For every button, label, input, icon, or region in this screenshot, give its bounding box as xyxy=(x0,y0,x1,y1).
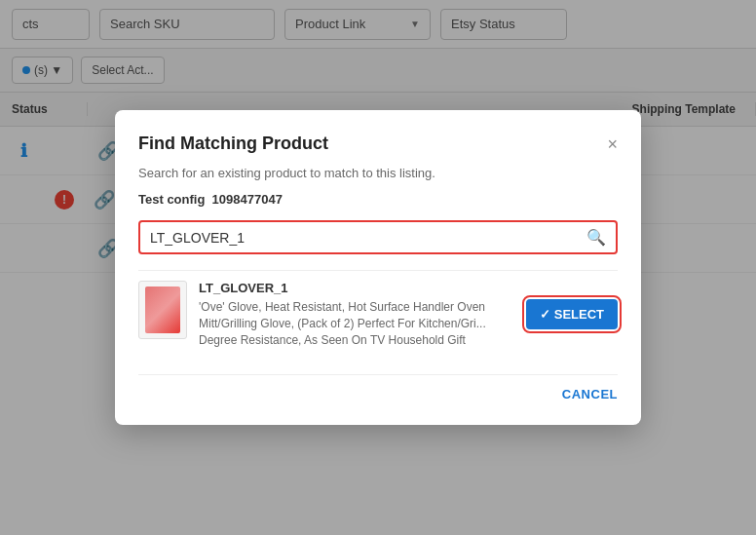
modal-footer: CANCEL xyxy=(138,374,618,401)
modal-overlay: Find Matching Product × Search for an ex… xyxy=(0,0,756,535)
search-result-item: LT_GLOVER_1 'Ove' Glove, Heat Resistant,… xyxy=(138,270,618,358)
modal-config: Test config 1098477047 xyxy=(138,192,618,207)
product-image xyxy=(145,287,180,333)
product-description: 'Ove' Glove, Heat Resistant, Hot Surface… xyxy=(199,299,514,348)
modal-title: Find Matching Product xyxy=(138,134,328,154)
modal-subtitle: Search for an existing product to match … xyxy=(138,166,618,180)
select-button[interactable]: ✓ SELECT xyxy=(526,299,618,329)
modal-header: Find Matching Product × xyxy=(138,134,618,154)
search-icon: 🔍 xyxy=(586,228,606,247)
search-box[interactable]: 🔍 xyxy=(138,220,618,254)
cancel-button[interactable]: CANCEL xyxy=(562,387,618,401)
product-thumbnail xyxy=(138,281,187,339)
config-label: Test config xyxy=(138,192,205,207)
config-value: 1098477047 xyxy=(212,192,283,207)
close-button[interactable]: × xyxy=(607,135,618,153)
search-input[interactable] xyxy=(150,230,586,246)
product-sku: LT_GLOVER_1 xyxy=(199,281,514,295)
find-matching-product-modal: Find Matching Product × Search for an ex… xyxy=(115,110,641,424)
product-info: LT_GLOVER_1 'Ove' Glove, Heat Resistant,… xyxy=(199,281,514,348)
